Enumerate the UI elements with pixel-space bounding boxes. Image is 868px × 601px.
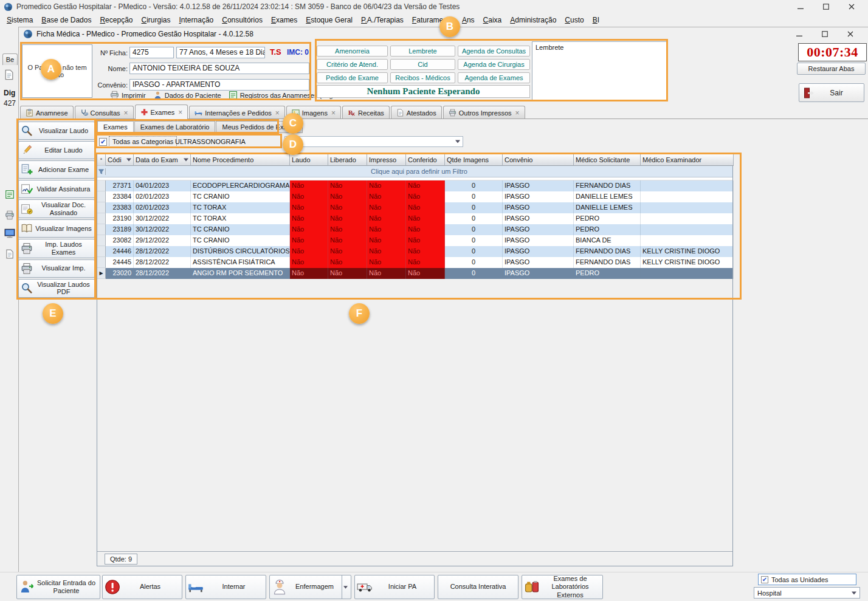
button-visualizar-imp[interactable]: Visualizar Imp.	[18, 259, 95, 278]
tab-atestados[interactable]: Atestados	[391, 106, 442, 119]
column-header-nome-procedimento[interactable]: Nome Procedimento	[191, 154, 290, 166]
button-pedido-de-exame[interactable]: Pedido de Exame	[317, 72, 388, 83]
menu-item-exames[interactable]: Exames	[267, 14, 301, 27]
button-agenda-de-exames[interactable]: Agenda de Exames	[458, 72, 530, 83]
background-monitor-icon[interactable]	[4, 228, 15, 238]
button-agenda-de-cirurgias[interactable]: Agenda de Cirurgias	[458, 59, 530, 70]
units-filter[interactable]: Todas as Unidades	[758, 574, 856, 585]
tab-internacoes-e-pedidos[interactable]: Internações e Pedidos×	[189, 106, 284, 119]
button-visualizar-imagens[interactable]: Visualizar Imagens	[18, 219, 95, 238]
table-row[interactable]: 2308229/12/2022TC CRANIONãoNãoNãoNão0IPA…	[97, 235, 732, 246]
table-row[interactable]: 2444628/12/2022DISTÚRBIOS CIRCULATÓRIOSN…	[97, 246, 732, 257]
menu-item-consultorios[interactable]: Consultórios	[218, 14, 267, 27]
menu-item-recepcao[interactable]: Recepção	[95, 14, 137, 27]
button-dados-do-paciente[interactable]: Dados do Paciente	[153, 91, 221, 100]
button-solicitar-entrada-do-paciente[interactable]: Solicitar Entrada do Paciente	[16, 575, 100, 599]
column-header-convenio[interactable]: Convênio	[503, 154, 574, 166]
column-header-qtde-imagens[interactable]: Qtde Imagens	[445, 154, 503, 166]
button-alertas[interactable]: Alertas	[102, 575, 182, 599]
column-header-data-do-exam[interactable]: Data do Exam	[134, 154, 191, 166]
button-imprimir[interactable]: Imprimir	[110, 91, 146, 100]
convenio-field[interactable]: IPASGO - APARTAMENTO	[129, 79, 309, 91]
button-recibos-medicos[interactable]: Recibos - Médicos	[390, 72, 455, 83]
tab-close-icon[interactable]: ×	[275, 109, 280, 117]
tab-receitas[interactable]: RReceitas	[342, 106, 390, 119]
all-units-checkbox[interactable]	[761, 576, 768, 583]
button-imp-laudos-exames[interactable]: Imp. Laudos Exames	[18, 239, 95, 258]
all-categories-checkbox[interactable]	[99, 138, 107, 146]
subtab-exames[interactable]: Exames	[97, 121, 134, 133]
button-exames-de-laboratorios-externos[interactable]: Exames de Laboratórios Externos	[522, 575, 603, 599]
column-header-medico-examinador[interactable]: Médico Examinador	[641, 154, 734, 166]
menu-item-cirurgias[interactable]: Cirurgias	[137, 14, 174, 27]
button-editar-laudo[interactable]: Editar Laudo	[18, 141, 95, 159]
column-header-codi[interactable]: Códi	[106, 154, 134, 166]
table-row[interactable]: 2444528/12/2022ASSISTÊNCIA FISIÁTRICANão…	[97, 257, 732, 268]
column-header-laudo[interactable]: Laudo	[290, 154, 328, 166]
button-visualizar-doc-assinado[interactable]: Visualizar Doc. Assinado	[18, 199, 95, 218]
column-header-liberado[interactable]: Liberado	[328, 154, 367, 166]
table-row[interactable]: 2318930/12/2022TC CRANIONãoNãoNãoNão0IPA…	[97, 224, 732, 235]
all-categories-label[interactable]: Todas as Categorias	[109, 136, 177, 147]
button-consulta-interativa[interactable]: Consulta Interativa	[438, 575, 518, 599]
inner-maximize-button[interactable]	[812, 27, 838, 41]
column-header-impresso[interactable]: Impresso	[367, 154, 406, 166]
table-row[interactable]: 2737104/01/2023ECODOPPLERCARDIOGRAMANãoN…	[97, 180, 732, 191]
background-printer-icon[interactable]	[5, 210, 15, 220]
close-button[interactable]	[839, 0, 864, 13]
menu-item-administracao[interactable]: Administração	[506, 14, 560, 27]
tab-consultas[interactable]: Consultas×	[75, 106, 134, 119]
menu-item-estoque-geral[interactable]: Estoque Geral	[301, 14, 357, 27]
dropdown-arrow-button[interactable]	[342, 575, 349, 599]
table-row[interactable]: 2319030/12/2022TC TORAXNãoNãoNãoNão0IPAS…	[97, 213, 732, 224]
tab-exames[interactable]: Exames×	[135, 105, 188, 119]
button-criterio-de-atend[interactable]: Critério de Atend.	[317, 59, 388, 70]
grid-filter-row[interactable]: Clique aqui para definir um Filtro	[97, 166, 732, 177]
menu-item-internacao[interactable]: Internação	[175, 14, 218, 27]
menu-item-p-a-terapias[interactable]: P.A./Terapias	[357, 14, 408, 27]
button-lembrete[interactable]: Lembrete	[390, 46, 455, 57]
table-row[interactable]: ▶2302028/12/2022ANGIO RM POR SEGMENTONão…	[97, 268, 732, 279]
tab-outros-impressos[interactable]: Outros Impressos×	[443, 106, 525, 119]
button-cid[interactable]: Cid	[390, 59, 455, 70]
tab-close-icon[interactable]: ×	[124, 109, 128, 117]
background-tab-fragment[interactable]: Be	[2, 53, 18, 65]
tab-close-icon[interactable]: ×	[178, 109, 182, 116]
button-enfermagem[interactable]: Enfermagem	[269, 575, 351, 599]
background-doc2-icon[interactable]	[5, 249, 15, 259]
table-row[interactable]: 2338302/01/2023TC TORAXNãoNãoNãoNão0IPAS…	[97, 202, 732, 213]
button-iniciar-pa[interactable]: Iniciar PA	[354, 575, 435, 599]
menu-item-ans[interactable]: Ans	[458, 14, 479, 27]
button-amenorreia[interactable]: Amenorreia	[317, 46, 388, 57]
column-header-conferido[interactable]: Conferido	[406, 154, 445, 166]
button-visualizar-laudos-pdf[interactable]: Visualizar Laudos PDF	[18, 279, 95, 298]
ficha-field[interactable]: 4275	[129, 47, 174, 58]
minimize-button[interactable]	[788, 0, 813, 13]
button-agenda-de-consultas[interactable]: Agenda de Consultas	[458, 46, 530, 57]
tab-anamnese[interactable]: Anamnese	[20, 106, 74, 119]
inner-close-button[interactable]	[838, 27, 863, 41]
background-doc-icon[interactable]	[4, 69, 15, 80]
menu-item-caixa[interactable]: Caixa	[479, 14, 506, 27]
button-adicionar-exame[interactable]: Adicionar Exame	[18, 160, 95, 179]
button-internar[interactable]: Internar	[185, 575, 266, 599]
menu-item-bi[interactable]: BI	[588, 14, 604, 27]
inner-minimize-button[interactable]	[787, 27, 812, 41]
ts-button[interactable]: T.S	[270, 47, 281, 57]
menu-item-custo[interactable]: Custo	[560, 14, 588, 27]
button-visualizar-laudo[interactable]: Visualizar Laudo	[18, 122, 95, 140]
tab-close-icon[interactable]: ×	[331, 109, 336, 117]
sair-button[interactable]: Sair	[799, 83, 864, 102]
nome-field[interactable]: ANTONIO TEIXEIRA DE SOUZA	[129, 63, 309, 74]
menu-item-base-de-dados[interactable]: Base de Dados	[37, 14, 95, 27]
exam-type-combo[interactable]	[284, 136, 463, 147]
maximize-button[interactable]	[813, 0, 839, 13]
imc-label[interactable]: IMC: 0	[287, 48, 309, 57]
subtab-exames-de-laboratorio[interactable]: Exames de Laboratório	[134, 121, 216, 133]
unit-select[interactable]: Hospital	[754, 587, 860, 599]
restaurar-abas-button[interactable]: Restaurar Abas	[797, 63, 866, 75]
column-header-medico-solicitante[interactable]: Médico Solicitante	[574, 154, 641, 166]
table-row[interactable]: 2338402/01/2023TC CRANIONãoNãoNãoNão0IPA…	[97, 191, 732, 202]
menu-item-sistema[interactable]: Sistema	[2, 14, 37, 27]
tab-close-icon[interactable]: ×	[515, 109, 520, 117]
